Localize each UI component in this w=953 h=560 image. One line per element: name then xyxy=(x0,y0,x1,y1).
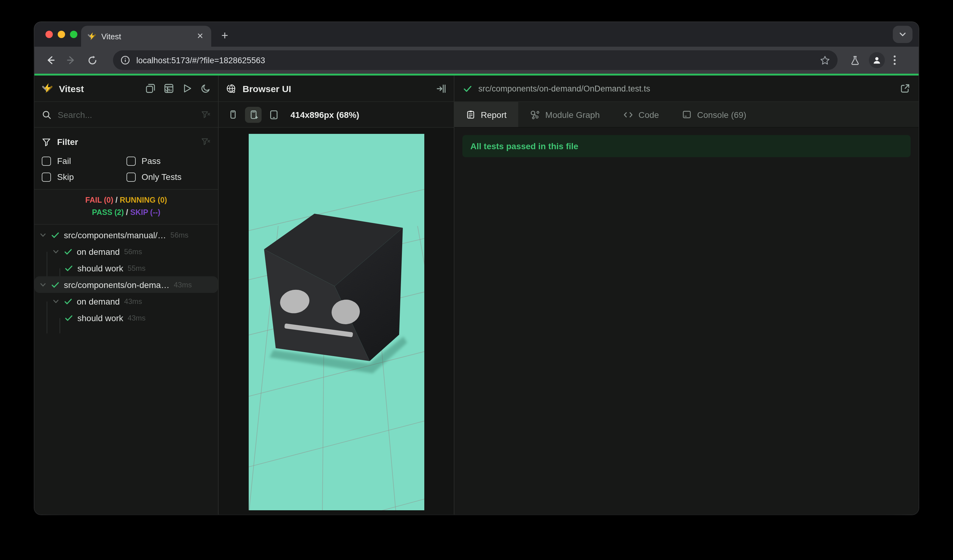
browser-toolbar: localhost:5173/#/?file=1828625563 xyxy=(34,47,919,74)
device-phone-small-button[interactable] xyxy=(225,107,241,123)
pass-check-icon xyxy=(51,280,60,289)
open-file-path[interactable]: src/components/on-demand/OnDemand.test.t… xyxy=(478,84,894,93)
test-duration: 55ms xyxy=(127,264,146,272)
filter-options: FailPassSkipOnly Tests xyxy=(42,156,211,182)
chrome-actions xyxy=(850,52,896,68)
pass-check-icon xyxy=(51,231,60,239)
tab-module-graph[interactable]: Module Graph xyxy=(518,102,611,127)
bookmark-star-icon[interactable] xyxy=(820,55,830,65)
checkbox[interactable] xyxy=(42,172,51,181)
filter-checkbox-pass[interactable]: Pass xyxy=(126,156,211,166)
filter-checkbox-only-tests[interactable]: Only Tests xyxy=(126,172,211,182)
maximize-window-button[interactable] xyxy=(70,31,78,38)
vitest-logo xyxy=(42,83,53,94)
url-text[interactable]: localhost:5173/#/?file=1828625563 xyxy=(136,56,813,65)
checkbox[interactable] xyxy=(126,172,135,181)
tab-report[interactable]: Report xyxy=(455,102,518,127)
checkbox[interactable] xyxy=(126,156,135,166)
back-button[interactable] xyxy=(42,51,59,69)
console-icon xyxy=(682,110,691,119)
test-label: src/components/manual/… xyxy=(64,230,166,240)
test-tree-row-test[interactable]: should work55ms xyxy=(34,260,218,276)
running-count: RUNNING (0) xyxy=(120,196,167,205)
test-duration: 43ms xyxy=(127,313,146,322)
file-header: src/components/on-demand/OnDemand.test.t… xyxy=(455,76,919,102)
summary-line-2: PASS (2) / SKIP (--) xyxy=(34,206,218,219)
device-phone-plus-button[interactable] xyxy=(245,107,262,123)
checkbox-label: Only Tests xyxy=(141,172,182,182)
clear-filter-icon[interactable] xyxy=(201,137,211,147)
code-icon xyxy=(623,110,633,119)
report-icon xyxy=(466,110,475,119)
expand-panel-icon[interactable] xyxy=(436,83,446,94)
new-tab-button[interactable]: + xyxy=(216,28,233,45)
tab-label: Console (69) xyxy=(697,110,746,119)
pass-check-icon xyxy=(64,247,73,256)
clear-search-filter-icon[interactable] xyxy=(201,110,211,119)
search-input[interactable] xyxy=(58,110,195,119)
address-bar[interactable]: localhost:5173/#/?file=1828625563 xyxy=(113,50,838,70)
checkbox[interactable] xyxy=(42,156,51,166)
browser-tab-vitest[interactable]: Vitest ✕ xyxy=(81,26,211,47)
test-tree-row-test[interactable]: should work43ms xyxy=(34,309,218,326)
sidebar-title: Vitest xyxy=(59,83,84,94)
test-summary: FAIL (0) / RUNNING (0) PASS (2) / SKIP (… xyxy=(34,190,218,225)
checkbox-label: Pass xyxy=(141,156,161,166)
device-tablet-button[interactable] xyxy=(265,107,282,123)
coverage-report-icon[interactable] xyxy=(164,84,174,93)
tab-label: Module Graph xyxy=(545,110,600,119)
menu-kebab-icon[interactable] xyxy=(893,55,896,65)
experiments-flask-icon[interactable] xyxy=(850,55,860,65)
expand-chevron-icon[interactable] xyxy=(39,231,47,239)
robot-cube-scene xyxy=(248,134,424,510)
test-tree-row-suite[interactable]: on demand43ms xyxy=(34,293,218,309)
site-info-icon[interactable] xyxy=(120,55,130,65)
minimize-window-button[interactable] xyxy=(58,31,65,38)
tab-code[interactable]: Code xyxy=(612,102,671,127)
device-toolbar: 414x896px (68%) xyxy=(219,102,454,128)
test-duration: 43ms xyxy=(174,280,192,289)
test-label: should work xyxy=(78,313,123,323)
tab-label: Report xyxy=(481,110,507,119)
checkbox-label: Fail xyxy=(57,156,71,166)
forward-button[interactable] xyxy=(63,51,80,69)
test-label: src/components/on-dema… xyxy=(64,280,169,290)
summary-line-1: FAIL (0) / RUNNING (0) xyxy=(34,194,218,206)
reload-button[interactable] xyxy=(84,51,101,69)
filter-funnel-icon xyxy=(42,137,51,146)
close-window-button[interactable] xyxy=(45,31,53,38)
test-duration: 56ms xyxy=(171,231,188,239)
close-tab-icon[interactable]: ✕ xyxy=(195,31,205,41)
filter-checkbox-skip[interactable]: Skip xyxy=(42,172,126,182)
open-in-editor-icon[interactable] xyxy=(900,84,910,93)
filter-checkbox-fail[interactable]: Fail xyxy=(42,156,126,166)
test-tree-row-suite[interactable]: on demand56ms xyxy=(34,243,218,260)
browser-ui-panel: Browser UI 414x896px xyxy=(219,76,455,515)
tab-console[interactable]: Console (69) xyxy=(671,102,758,127)
expand-chevron-icon[interactable] xyxy=(39,281,47,288)
pass-check-icon xyxy=(64,264,73,272)
preview-area xyxy=(219,128,454,515)
test-tree-row-file[interactable]: src/components/on-dema…43ms xyxy=(34,276,218,293)
expand-chevron-icon[interactable] xyxy=(52,248,60,255)
test-tree-row-file[interactable]: src/components/manual/…56ms xyxy=(34,226,218,243)
screen: Vitest ✕ + localhost:5173/# xyxy=(0,0,953,560)
vitest-favicon xyxy=(87,32,96,41)
browser-ui-header: Browser UI xyxy=(219,76,454,102)
viewport-dimensions-label[interactable]: 414x896px (68%) xyxy=(290,110,359,119)
tested-page-iframe[interactable] xyxy=(248,134,424,510)
profile-avatar[interactable] xyxy=(869,52,885,68)
sidebar-header: Vitest xyxy=(34,76,218,102)
dashboard-windows-icon[interactable] xyxy=(146,84,155,93)
test-label: on demand xyxy=(77,247,120,256)
vitest-ui: Vitest xyxy=(34,76,919,515)
test-duration: 43ms xyxy=(124,297,142,306)
globe-icon xyxy=(226,83,236,94)
dark-mode-moon-icon[interactable] xyxy=(201,84,211,93)
tab-search-button[interactable] xyxy=(893,26,913,43)
expand-chevron-icon[interactable] xyxy=(52,298,60,305)
run-all-icon[interactable] xyxy=(182,84,192,93)
pass-check-icon xyxy=(64,313,73,322)
browser-ui-title: Browser UI xyxy=(242,83,291,94)
detail-tabs: ReportModule GraphCodeConsole (69) xyxy=(455,102,919,128)
